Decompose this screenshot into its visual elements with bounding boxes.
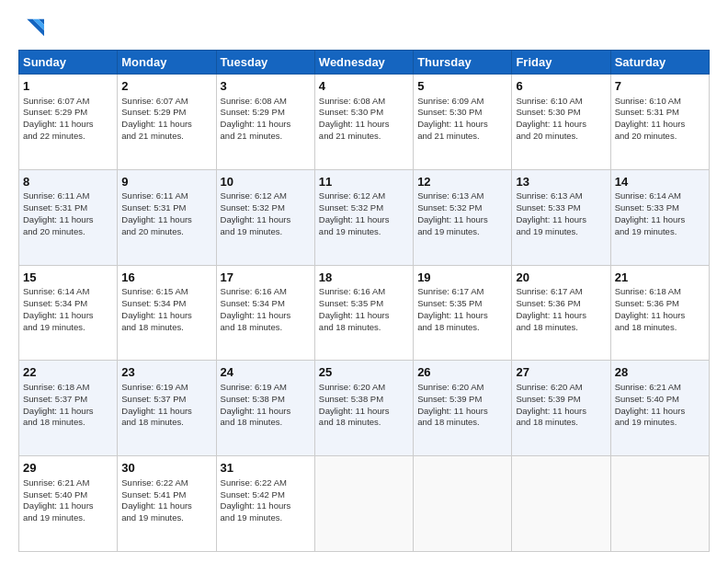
- cell-line: and 18 minutes.: [23, 417, 113, 429]
- cell-line: Sunrise: 6:15 AM: [121, 286, 211, 298]
- calendar-cell: 15Sunrise: 6:14 AMSunset: 5:34 PMDayligh…: [19, 265, 118, 361]
- cell-line: Daylight: 11 hours: [221, 119, 311, 131]
- cell-line: Sunrise: 6:10 AM: [516, 96, 606, 108]
- cell-line: Sunrise: 6:18 AM: [615, 286, 705, 298]
- cell-line: Sunset: 5:32 PM: [319, 202, 409, 214]
- calendar-cell: 28Sunrise: 6:21 AMSunset: 5:40 PMDayligh…: [610, 361, 709, 456]
- calendar-cell: 5Sunrise: 6:09 AMSunset: 5:30 PMDaylight…: [414, 75, 512, 170]
- cell-line: Daylight: 11 hours: [319, 119, 409, 131]
- day-number: 21: [615, 270, 705, 286]
- calendar-cell: 14Sunrise: 6:14 AMSunset: 5:33 PMDayligh…: [610, 169, 709, 265]
- calendar-cell: 18Sunrise: 6:16 AMSunset: 5:35 PMDayligh…: [314, 265, 413, 361]
- day-header-thursday: Thursday: [414, 51, 512, 75]
- cell-line: Sunrise: 6:16 AM: [319, 286, 409, 298]
- cell-line: Daylight: 11 hours: [23, 500, 113, 512]
- cell-line: and 21 minutes.: [121, 131, 211, 143]
- day-number: 19: [417, 270, 507, 286]
- cell-line: Daylight: 11 hours: [417, 310, 507, 322]
- calendar-cell: 27Sunrise: 6:20 AMSunset: 5:39 PMDayligh…: [512, 361, 610, 456]
- cell-line: Daylight: 11 hours: [516, 310, 606, 322]
- calendar-cell: 29Sunrise: 6:21 AMSunset: 5:40 PMDayligh…: [19, 456, 118, 552]
- calendar-cell: 19Sunrise: 6:17 AMSunset: 5:35 PMDayligh…: [414, 265, 512, 361]
- cell-line: Sunset: 5:29 PM: [121, 107, 211, 119]
- day-number: 27: [516, 364, 606, 381]
- calendar-cell: 7Sunrise: 6:10 AMSunset: 5:31 PMDaylight…: [610, 75, 709, 170]
- cell-line: and 18 minutes.: [417, 322, 507, 334]
- cell-line: Sunrise: 6:19 AM: [121, 382, 211, 394]
- calendar-cell: 10Sunrise: 6:12 AMSunset: 5:32 PMDayligh…: [216, 169, 314, 265]
- day-number: 17: [221, 270, 311, 286]
- calendar-table: SundayMondayTuesdayWednesdayThursdayFrid…: [18, 50, 710, 552]
- calendar-cell: 2Sunrise: 6:07 AMSunset: 5:29 PMDaylight…: [118, 75, 216, 170]
- cell-line: Daylight: 11 hours: [615, 310, 705, 322]
- day-number: 26: [417, 364, 507, 381]
- cell-line: Sunset: 5:37 PM: [23, 394, 113, 406]
- cell-line: and 18 minutes.: [221, 417, 311, 429]
- cell-line: Sunrise: 6:11 AM: [23, 190, 113, 202]
- cell-line: Sunrise: 6:22 AM: [221, 477, 311, 489]
- cell-line: Daylight: 11 hours: [516, 406, 606, 418]
- cell-line: Sunrise: 6:19 AM: [221, 382, 311, 394]
- day-number: 7: [615, 78, 705, 95]
- cell-line: Sunset: 5:30 PM: [319, 107, 409, 119]
- day-number: 9: [121, 174, 211, 190]
- cell-line: Daylight: 11 hours: [417, 119, 507, 131]
- day-number: 31: [221, 460, 311, 477]
- cell-line: Sunset: 5:40 PM: [23, 489, 113, 501]
- cell-line: Sunrise: 6:20 AM: [516, 382, 606, 394]
- calendar-cell: [414, 456, 512, 552]
- cell-line: Sunrise: 6:20 AM: [319, 382, 409, 394]
- cell-line: Sunrise: 6:08 AM: [319, 96, 409, 108]
- day-number: 12: [417, 174, 507, 190]
- cell-line: and 19 minutes.: [615, 226, 705, 238]
- day-number: 29: [23, 460, 113, 477]
- cell-line: Sunrise: 6:11 AM: [121, 190, 211, 202]
- day-number: 5: [417, 78, 507, 95]
- calendar-cell: 11Sunrise: 6:12 AMSunset: 5:32 PMDayligh…: [314, 169, 413, 265]
- cell-line: Daylight: 11 hours: [319, 310, 409, 322]
- day-number: 15: [23, 270, 113, 286]
- cell-line: Sunset: 5:36 PM: [516, 298, 606, 310]
- cell-line: Daylight: 11 hours: [417, 406, 507, 418]
- cell-line: Sunset: 5:31 PM: [23, 202, 113, 214]
- cell-line: Sunset: 5:35 PM: [417, 298, 507, 310]
- day-number: 20: [516, 270, 606, 286]
- cell-line: and 18 minutes.: [221, 322, 311, 334]
- cell-line: Sunset: 5:34 PM: [23, 298, 113, 310]
- day-header-friday: Friday: [512, 51, 610, 75]
- calendar-cell: 9Sunrise: 6:11 AMSunset: 5:31 PMDaylight…: [118, 169, 216, 265]
- calendar-week-row: 8Sunrise: 6:11 AMSunset: 5:31 PMDaylight…: [19, 169, 710, 265]
- cell-line: Sunset: 5:33 PM: [615, 202, 705, 214]
- calendar-week-row: 1Sunrise: 6:07 AMSunset: 5:29 PMDaylight…: [19, 75, 710, 170]
- cell-line: and 18 minutes.: [319, 322, 409, 334]
- cell-line: Sunrise: 6:14 AM: [615, 190, 705, 202]
- calendar-cell: 23Sunrise: 6:19 AMSunset: 5:37 PMDayligh…: [118, 361, 216, 456]
- day-number: 30: [121, 460, 211, 477]
- cell-line: Daylight: 11 hours: [221, 500, 311, 512]
- cell-line: Sunset: 5:31 PM: [615, 107, 705, 119]
- cell-line: Sunrise: 6:12 AM: [221, 190, 311, 202]
- calendar-cell: [512, 456, 610, 552]
- cell-line: Daylight: 11 hours: [319, 406, 409, 418]
- cell-line: Sunrise: 6:17 AM: [417, 286, 507, 298]
- cell-line: Sunset: 5:38 PM: [221, 394, 311, 406]
- cell-line: and 19 minutes.: [417, 226, 507, 238]
- cell-line: Sunrise: 6:10 AM: [615, 96, 705, 108]
- cell-line: Sunset: 5:35 PM: [319, 298, 409, 310]
- calendar-cell: 25Sunrise: 6:20 AMSunset: 5:38 PMDayligh…: [314, 361, 413, 456]
- cell-line: Daylight: 11 hours: [221, 406, 311, 418]
- cell-line: and 18 minutes.: [319, 417, 409, 429]
- calendar-cell: [610, 456, 709, 552]
- cell-line: Sunrise: 6:07 AM: [121, 96, 211, 108]
- cell-line: Sunset: 5:34 PM: [121, 298, 211, 310]
- cell-line: and 19 minutes.: [319, 226, 409, 238]
- day-number: 11: [319, 174, 409, 190]
- cell-line: and 18 minutes.: [516, 322, 606, 334]
- cell-line: and 19 minutes.: [516, 226, 606, 238]
- day-number: 25: [319, 364, 409, 381]
- cell-line: Sunrise: 6:08 AM: [221, 96, 311, 108]
- day-number: 10: [221, 174, 311, 190]
- cell-line: Daylight: 11 hours: [319, 214, 409, 226]
- calendar-header-row: SundayMondayTuesdayWednesdayThursdayFrid…: [19, 51, 710, 75]
- cell-line: and 20 minutes.: [121, 226, 211, 238]
